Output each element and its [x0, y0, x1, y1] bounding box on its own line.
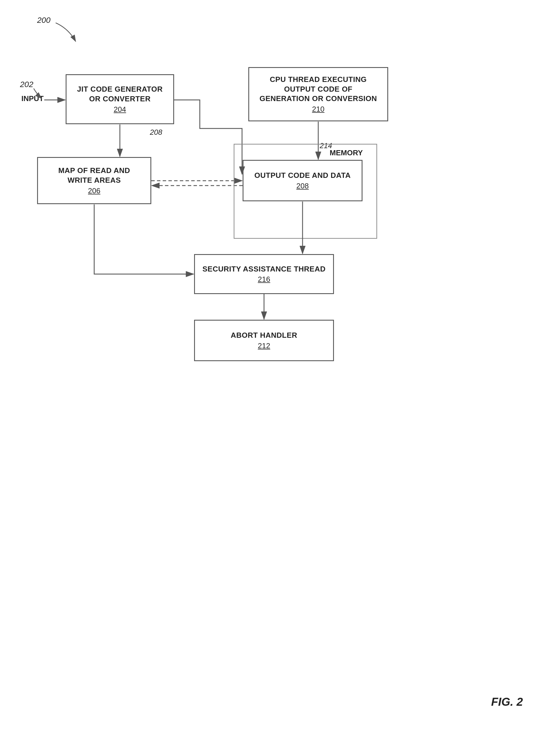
security-thread-box: SECURITY ASSISTANCE THREAD 216	[194, 254, 334, 294]
memory-label: MEMORY	[330, 148, 363, 157]
cpu-thread-number: 210	[312, 105, 324, 114]
map-areas-label: MAP OF READ ANDWRITE AREAS	[58, 166, 130, 185]
map-areas-box: MAP OF READ ANDWRITE AREAS 206	[37, 157, 151, 204]
map-areas-number: 206	[88, 186, 100, 195]
ref-208: 208	[150, 128, 162, 137]
jit-code-number: 204	[114, 105, 126, 114]
security-thread-number: 216	[258, 275, 270, 284]
ref-200: 200	[37, 16, 51, 25]
cpu-thread-label: CPU THREAD EXECUTINGOUTPUT CODE OFGENERA…	[259, 75, 377, 104]
abort-handler-box: ABORT HANDLER 212	[194, 320, 334, 361]
output-code-label: OUTPUT CODE AND DATA	[254, 171, 350, 180]
input-label: INPUT	[21, 94, 44, 103]
cpu-thread-box: CPU THREAD EXECUTINGOUTPUT CODE OFGENERA…	[248, 67, 388, 121]
output-code-box: OUTPUT CODE AND DATA 208	[243, 160, 362, 201]
jit-code-label: JIT CODE GENERATOROR CONVERTER	[77, 85, 163, 104]
abort-handler-number: 212	[258, 341, 270, 350]
diagram-container: 200 202 INPUT JIT CODE GENERATOROR CONVE…	[0, 0, 560, 734]
abort-handler-label: ABORT HANDLER	[231, 331, 297, 340]
output-code-number: 208	[296, 182, 309, 190]
jit-code-generator-box: JIT CODE GENERATOROR CONVERTER 204	[66, 74, 174, 124]
ref-202: 202	[20, 80, 33, 89]
ref-214: 214	[320, 141, 332, 150]
security-thread-label: SECURITY ASSISTANCE THREAD	[202, 264, 325, 274]
fig-label: FIG. 2	[491, 695, 523, 708]
